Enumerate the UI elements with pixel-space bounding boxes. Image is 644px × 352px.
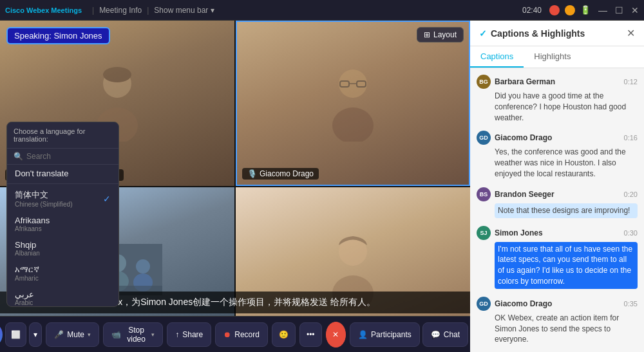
share-button[interactable]: ↑ Share	[167, 322, 211, 347]
caption-meta-simon: SJ Simon Jones 0:30	[477, 226, 638, 240]
sep2: |	[147, 6, 149, 15]
emoji-button[interactable]: 🙂	[272, 322, 296, 347]
mute-button[interactable]: 🎤 Mute ▾	[46, 322, 99, 347]
chevron-down-icon: ▾	[33, 330, 37, 339]
avatar-brandon: BS	[477, 187, 491, 201]
emoji-icon: 🙂	[279, 330, 289, 339]
language-picker[interactable]: Choose a language for translation: 🔍 Don…	[6, 122, 119, 307]
lang-item-amharic[interactable]: አማርኛ Amharic	[7, 261, 118, 286]
caption-entry-brandon: BS Brandon Seeger 0:20 Note that these d…	[477, 187, 638, 218]
meeting-info-link[interactable]: Meeting Info	[99, 6, 142, 15]
layout-button[interactable]: ⊞ Layout	[417, 27, 464, 42]
svg-point-4	[332, 107, 374, 142]
captions-header: ✓ Captions & Highlights ✕	[470, 21, 644, 46]
lang-search-container: 🔍	[7, 149, 118, 165]
restore-button[interactable]: ☐	[615, 5, 623, 15]
main-content: Speaking: Simon Jones ⊞ Layout 🎤	[0, 21, 644, 352]
mic-icon-giacomo: 🎙️	[247, 169, 257, 178]
caption-chevron[interactable]: ▾	[29, 322, 42, 347]
record-indicator	[549, 5, 560, 15]
close-button[interactable]: ✕	[631, 5, 639, 15]
caption-time-barbara: 0:12	[624, 78, 638, 86]
caption-entry-simon: SJ Simon Jones 0:30 I'm not sure that al…	[477, 226, 638, 289]
caption-time-giacomo-1: 0:16	[624, 134, 638, 142]
lang-check-icon: ✓	[103, 194, 111, 204]
caption-entry-giacomo-2: GD Giacomo Drago 0:35 OK Webex, create a…	[477, 297, 638, 345]
captions-close-button[interactable]: ✕	[627, 27, 635, 39]
avatar-barbara: BG	[477, 75, 491, 89]
video-area: Speaking: Simon Jones ⊞ Layout 🎤	[0, 21, 470, 352]
caption-text-simon: I'm not sure that all of us have seen th…	[495, 242, 638, 289]
caption-text-barbara: Did you have a good time at the conferen…	[495, 91, 638, 123]
lang-item-arabic[interactable]: عربي Arabic	[7, 286, 118, 306]
lang-item-afrikaans[interactable]: Afrikaans Afrikaans	[7, 212, 118, 236]
toolbar: ✦ ⬜ ▾ 🎤 Mute ▾ 📹 Stop video ▾	[0, 316, 470, 352]
title-bar-right: 02:40 🔋 — ☐ ✕	[522, 5, 639, 15]
avatar-giacomo-2: GD	[477, 297, 491, 311]
toolbar-right: 👤 Participants 💬 Chat •••	[350, 322, 470, 347]
title-bar: Cisco Webex Meetings | Meeting Info | Sh…	[0, 0, 644, 21]
show-menu-bar[interactable]: Show menu bar ▾	[154, 6, 214, 15]
avatar-giacomo-1: GD	[477, 131, 491, 145]
caption-name-barbara: Barbara German	[495, 77, 620, 86]
checkmark-icon: ✓	[479, 28, 487, 39]
caption-toggle-button[interactable]: ⬜	[5, 322, 26, 347]
video-name-giacomo: 🎙️ Giacomo Drago	[242, 168, 319, 180]
captions-panel: ✓ Captions & Highlights ✕ Captions Highl…	[470, 21, 644, 352]
more-button[interactable]: •••	[299, 322, 322, 347]
record-button[interactable]: ⏺ Record	[215, 322, 268, 347]
toolbar-left: ✦ ⬜ ▾	[0, 322, 42, 347]
tab-captions[interactable]: Captions	[470, 46, 524, 68]
lang-picker-items: Don't translate 简体中文 Chinese (Simplified…	[7, 165, 118, 306]
layout-icon: ⊞	[424, 30, 430, 39]
caption-entry-barbara: BG Barbara German 0:12 Did you have a go…	[477, 75, 638, 123]
chat-icon: 💬	[431, 330, 440, 339]
tab-highlights[interactable]: Highlights	[524, 46, 581, 68]
caption-text-brandon: Note that these designs are improving!	[495, 203, 638, 218]
end-call-icon: ✕	[332, 330, 339, 339]
lang-search-input[interactable]	[26, 152, 112, 161]
avatar-simon: SJ	[477, 226, 491, 240]
caption-icon: ⬜	[11, 330, 21, 339]
security-indicator	[565, 5, 575, 15]
caption-time-simon: 0:30	[624, 229, 638, 237]
end-call-button[interactable]: ✕	[326, 322, 346, 347]
toolbar-center: 🎤 Mute ▾ 📹 Stop video ▾ ↑ Share ⏺ Record	[46, 322, 346, 347]
record-icon: ⏺	[223, 330, 231, 339]
participants-icon: 👤	[358, 330, 368, 339]
lang-item-dont-translate[interactable]: Don't translate	[7, 165, 118, 182]
video-chevron-icon: ▾	[151, 331, 155, 338]
captions-title: ✓ Captions & Highlights	[479, 28, 585, 39]
caption-time-giacomo-2: 0:35	[624, 300, 638, 308]
caption-text-giacomo-2: OK Webex, create an action item for Simo…	[495, 313, 638, 345]
caption-name-giacomo-1: Giacomo Drago	[495, 133, 620, 142]
caption-time-brandon: 0:20	[624, 190, 638, 198]
search-icon: 🔍	[14, 152, 23, 161]
caption-name-brandon: Brandon Seeger	[495, 190, 620, 199]
svg-point-13	[136, 259, 150, 273]
caption-meta-barbara: BG Barbara German 0:12	[477, 75, 638, 89]
caption-entry-giacomo-1: GD Giacomo Drago 0:16 Yes, the conferenc…	[477, 131, 638, 179]
video-cell-giacomo: 🎙️ Giacomo Drago	[236, 21, 470, 186]
participants-button[interactable]: 👤 Participants	[350, 322, 420, 347]
lang-picker-header: Choose a language for translation:	[7, 122, 118, 149]
chat-button[interactable]: 💬 Chat	[422, 322, 468, 347]
share-icon: ↑	[175, 330, 179, 339]
ai-button[interactable]: ✦	[0, 322, 3, 347]
minimize-button[interactable]: —	[598, 5, 607, 15]
captions-body: BG Barbara German 0:12 Did you have a go…	[470, 68, 644, 352]
lang-item-albanian[interactable]: Shqip Albanian	[7, 236, 118, 261]
lang-item-chinese[interactable]: 简体中文 Chinese (Simplified) ✓	[7, 185, 118, 212]
battery-icon: 🔋	[580, 5, 591, 15]
captions-tabs: Captions Highlights	[470, 46, 644, 68]
caption-meta-brandon: BS Brandon Seeger 0:20	[477, 187, 638, 201]
caption-meta-giacomo-1: GD Giacomo Drago 0:16	[477, 131, 638, 145]
caption-meta-giacomo-2: GD Giacomo Drago 0:35	[477, 297, 638, 311]
mute-chevron-icon: ▾	[88, 331, 91, 338]
caption-name-simon: Simon Jones	[495, 228, 620, 237]
caption-text-giacomo-1: Yes, the conference was good and the wea…	[495, 147, 638, 179]
stop-video-button[interactable]: 📹 Stop video ▾	[103, 322, 163, 347]
more-icon: •••	[307, 330, 315, 339]
meeting-time: 02:40	[522, 6, 542, 15]
svg-point-2	[103, 67, 131, 82]
